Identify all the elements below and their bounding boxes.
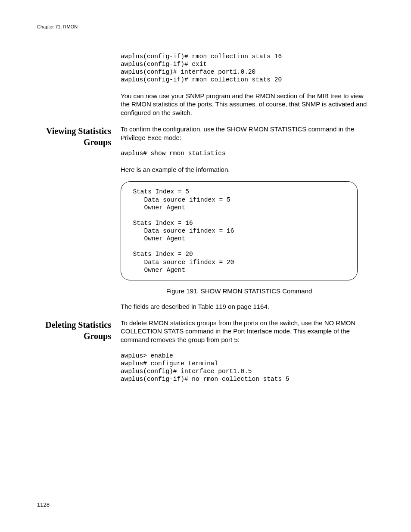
viewing-heading: Viewing Statistics Groups bbox=[37, 125, 121, 148]
viewing-p3: The fields are described in Table 119 on… bbox=[121, 302, 374, 311]
page-number: 1128 bbox=[37, 501, 50, 508]
deleting-p1: To delete RMON statistics groups from th… bbox=[121, 319, 374, 344]
deleting-code: awplus> enable awplus# configure termina… bbox=[121, 352, 374, 383]
intro-code-block: awplus(config-if)# rmon collection stats… bbox=[121, 53, 374, 84]
viewing-p1: To confirm the configuration, use the SH… bbox=[121, 125, 374, 142]
intro-paragraph: You can now use your SNMP program and th… bbox=[121, 92, 374, 117]
chapter-header: Chapter 71: RMON bbox=[37, 24, 374, 29]
viewing-p2: Here is an example of the information. bbox=[121, 165, 374, 174]
figure-caption: Figure 191. SHOW RMON STATISTICS Command bbox=[121, 287, 358, 295]
deleting-heading: Deleting Statistics Groups bbox=[37, 319, 121, 342]
output-box: Stats Index = 5 Data source ifindex = 5 … bbox=[121, 181, 358, 280]
viewing-code: awplus# show rmon statistics bbox=[121, 149, 374, 157]
